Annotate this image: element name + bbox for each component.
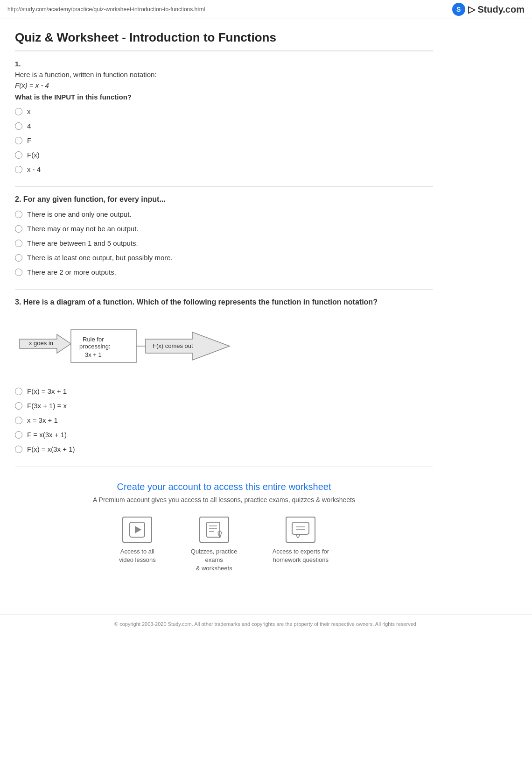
option-q1a-label: x bbox=[27, 107, 31, 115]
page-title: Quiz & Worksheet - Introduction to Funct… bbox=[15, 30, 433, 51]
svg-rect-15 bbox=[292, 522, 309, 534]
list-item[interactable]: There may or may not be an output. bbox=[15, 225, 433, 233]
url-bar: http://study.com/academy/practice/quiz-w… bbox=[7, 6, 205, 13]
option-q1d-label: F(x) bbox=[27, 151, 40, 159]
logo-text: ▷ Study.com bbox=[468, 4, 525, 15]
option-q2e-label: There are 2 or more outputs. bbox=[27, 268, 116, 276]
cta-subtitle: A Premium account gives you access to al… bbox=[24, 496, 424, 504]
list-item[interactable]: There is at least one output, but possib… bbox=[15, 254, 433, 262]
radio-q1c[interactable] bbox=[15, 137, 22, 144]
question-1-options: x 4 F F(x) x - 4 bbox=[15, 107, 433, 173]
list-item[interactable]: There are between 1 and 5 outputs. bbox=[15, 239, 433, 247]
radio-q2e[interactable] bbox=[15, 269, 22, 276]
radio-q1d[interactable] bbox=[15, 151, 22, 159]
top-bar: http://study.com/academy/practice/quiz-w… bbox=[0, 0, 532, 19]
question-3-options: F(x) = 3x + 1 F(3x + 1) = x x = 3x + 1 F… bbox=[15, 387, 433, 453]
list-item[interactable]: x = 3x + 1 bbox=[15, 416, 433, 424]
radio-q2b[interactable] bbox=[15, 225, 22, 233]
svg-text:x goes in: x goes in bbox=[29, 340, 53, 347]
option-q3a-label: F(x) = 3x + 1 bbox=[27, 387, 67, 395]
divider-2 bbox=[15, 289, 433, 290]
option-q2b-label: There may or may not be an output. bbox=[27, 225, 138, 233]
question-1-intro: Here is a function, written in function … bbox=[15, 71, 433, 78]
logo-icon: S bbox=[452, 3, 465, 16]
cta-section: Create your account to access this entir… bbox=[15, 466, 433, 596]
question-2-header: 2. For any given function, for every inp… bbox=[15, 195, 433, 204]
list-item[interactable]: F(x) = 3x + 1 bbox=[15, 387, 433, 395]
cta-feature-videos: Access to allvideo lessons bbox=[119, 517, 156, 573]
quiz-icon bbox=[199, 517, 229, 543]
option-q2c-label: There are between 1 and 5 outputs. bbox=[27, 239, 138, 247]
option-q3b-label: F(3x + 1) = x bbox=[27, 402, 67, 410]
svg-rect-11 bbox=[207, 522, 220, 537]
option-q1e-label: x - 4 bbox=[27, 165, 41, 173]
option-q2d-label: There is at least one output, but possib… bbox=[27, 254, 173, 262]
option-q2a-label: There is one and only one output. bbox=[27, 210, 132, 218]
radio-q3b[interactable] bbox=[15, 402, 22, 410]
question-3-number: 3. bbox=[15, 298, 21, 306]
list-item[interactable]: There are 2 or more outputs. bbox=[15, 268, 433, 276]
option-q3c-label: x = 3x + 1 bbox=[27, 416, 58, 424]
question-1-formula: F(x) = x - 4 bbox=[15, 81, 433, 89]
svg-text:F(x) comes out: F(x) comes out bbox=[153, 342, 193, 349]
question-2-number: 2. bbox=[15, 195, 21, 203]
chat-icon bbox=[286, 517, 315, 543]
footer-copyright: © copyright 2003-2020 Study.com. All oth… bbox=[0, 614, 532, 634]
experts-label: Access to experts forhomework questions bbox=[273, 547, 329, 564]
question-3-block: 3. Here is a diagram of a function. Whic… bbox=[15, 298, 433, 453]
svg-text:processing:: processing: bbox=[79, 343, 110, 350]
question-1-block: 1. Here is a function, written in functi… bbox=[15, 60, 433, 173]
cta-title: Create your account to access this entir… bbox=[24, 482, 424, 492]
divider-1 bbox=[15, 186, 433, 187]
option-q3e-label: F(x) = x(3x + 1) bbox=[27, 445, 75, 453]
radio-q3a[interactable] bbox=[15, 388, 22, 395]
svg-text:Rule for: Rule for bbox=[83, 336, 104, 343]
logo: S ▷ Study.com bbox=[452, 3, 525, 16]
question-1-prompt: What is the INPUT in this function? bbox=[15, 93, 433, 101]
radio-q3e[interactable] bbox=[15, 446, 22, 453]
video-label: Access to allvideo lessons bbox=[119, 547, 156, 564]
list-item[interactable]: x bbox=[15, 107, 433, 115]
function-diagram: x goes in Rule for processing: 3x + 1 F(… bbox=[15, 316, 433, 373]
svg-marker-16 bbox=[296, 534, 301, 538]
radio-q2c[interactable] bbox=[15, 240, 22, 247]
radio-q1e[interactable] bbox=[15, 166, 22, 173]
list-item[interactable]: F bbox=[15, 136, 433, 144]
cta-feature-experts: Access to experts forhomework questions bbox=[273, 517, 329, 573]
question-2-options: There is one and only one output. There … bbox=[15, 210, 433, 276]
question-3-header: 3. Here is a diagram of a function. Whic… bbox=[15, 298, 433, 306]
page-content: Quiz & Worksheet - Introduction to Funct… bbox=[0, 19, 448, 614]
radio-q2d[interactable] bbox=[15, 254, 22, 262]
radio-q1b[interactable] bbox=[15, 122, 22, 130]
cta-feature-quizzes: Quizzes, practice exams& worksheets bbox=[184, 517, 245, 573]
question-2-prompt: For any given function, for every input.… bbox=[23, 195, 166, 203]
option-q3d-label: F = x(3x + 1) bbox=[27, 431, 67, 439]
video-icon bbox=[122, 517, 152, 543]
quiz-label: Quizzes, practice exams& worksheets bbox=[184, 547, 245, 573]
radio-q1a[interactable] bbox=[15, 108, 22, 115]
list-item[interactable]: 4 bbox=[15, 122, 433, 130]
cta-features: Access to allvideo lessons Quizzes, prac… bbox=[24, 517, 424, 573]
option-q1b-label: 4 bbox=[27, 122, 31, 130]
list-item[interactable]: F(x) = x(3x + 1) bbox=[15, 445, 433, 453]
list-item[interactable]: F(3x + 1) = x bbox=[15, 402, 433, 410]
list-item[interactable]: There is one and only one output. bbox=[15, 210, 433, 218]
list-item[interactable]: F(x) bbox=[15, 151, 433, 159]
question-1-number: 1. bbox=[15, 60, 433, 68]
list-item[interactable]: x - 4 bbox=[15, 165, 433, 173]
option-q1c-label: F bbox=[27, 136, 31, 144]
question-3-prompt: Here is a diagram of a function. Which o… bbox=[23, 298, 378, 306]
svg-marker-10 bbox=[135, 526, 141, 533]
list-item[interactable]: F = x(3x + 1) bbox=[15, 431, 433, 439]
radio-q2a[interactable] bbox=[15, 211, 22, 218]
radio-q3c[interactable] bbox=[15, 417, 22, 424]
radio-q3d[interactable] bbox=[15, 431, 22, 439]
svg-text:3x + 1: 3x + 1 bbox=[85, 351, 102, 358]
question-2-block: 2. For any given function, for every inp… bbox=[15, 195, 433, 276]
diagram-svg: x goes in Rule for processing: 3x + 1 F(… bbox=[15, 316, 248, 372]
